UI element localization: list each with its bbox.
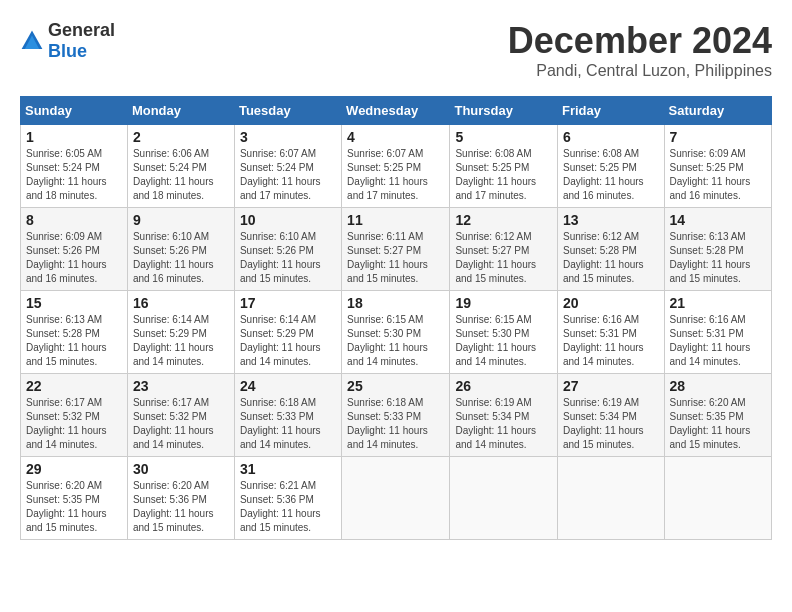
day-number: 24 [240, 378, 336, 394]
header-tuesday: Tuesday [234, 97, 341, 125]
day-info: Sunrise: 6:17 AM Sunset: 5:32 PM Dayligh… [26, 396, 122, 452]
header-saturday: Saturday [664, 97, 771, 125]
calendar-cell: 5Sunrise: 6:08 AM Sunset: 5:25 PM Daylig… [450, 125, 558, 208]
calendar-cell: 12Sunrise: 6:12 AM Sunset: 5:27 PM Dayli… [450, 208, 558, 291]
day-number: 17 [240, 295, 336, 311]
day-number: 30 [133, 461, 229, 477]
calendar-cell: 2Sunrise: 6:06 AM Sunset: 5:24 PM Daylig… [127, 125, 234, 208]
month-title: December 2024 [508, 20, 772, 62]
calendar-cell: 29Sunrise: 6:20 AM Sunset: 5:35 PM Dayli… [21, 457, 128, 540]
header-wednesday: Wednesday [342, 97, 450, 125]
day-number: 21 [670, 295, 766, 311]
calendar-cell: 23Sunrise: 6:17 AM Sunset: 5:32 PM Dayli… [127, 374, 234, 457]
logo-icon [20, 29, 44, 53]
day-info: Sunrise: 6:07 AM Sunset: 5:25 PM Dayligh… [347, 147, 444, 203]
day-info: Sunrise: 6:13 AM Sunset: 5:28 PM Dayligh… [26, 313, 122, 369]
day-info: Sunrise: 6:16 AM Sunset: 5:31 PM Dayligh… [563, 313, 659, 369]
day-number: 15 [26, 295, 122, 311]
calendar-cell: 9Sunrise: 6:10 AM Sunset: 5:26 PM Daylig… [127, 208, 234, 291]
day-info: Sunrise: 6:14 AM Sunset: 5:29 PM Dayligh… [240, 313, 336, 369]
day-info: Sunrise: 6:10 AM Sunset: 5:26 PM Dayligh… [240, 230, 336, 286]
day-number: 18 [347, 295, 444, 311]
day-info: Sunrise: 6:18 AM Sunset: 5:33 PM Dayligh… [347, 396, 444, 452]
calendar-row-1: 8Sunrise: 6:09 AM Sunset: 5:26 PM Daylig… [21, 208, 772, 291]
day-number: 13 [563, 212, 659, 228]
day-number: 14 [670, 212, 766, 228]
calendar-cell: 10Sunrise: 6:10 AM Sunset: 5:26 PM Dayli… [234, 208, 341, 291]
day-info: Sunrise: 6:08 AM Sunset: 5:25 PM Dayligh… [563, 147, 659, 203]
day-info: Sunrise: 6:07 AM Sunset: 5:24 PM Dayligh… [240, 147, 336, 203]
calendar-table: SundayMondayTuesdayWednesdayThursdayFrid… [20, 96, 772, 540]
day-number: 23 [133, 378, 229, 394]
day-info: Sunrise: 6:17 AM Sunset: 5:32 PM Dayligh… [133, 396, 229, 452]
day-info: Sunrise: 6:12 AM Sunset: 5:27 PM Dayligh… [455, 230, 552, 286]
day-info: Sunrise: 6:06 AM Sunset: 5:24 PM Dayligh… [133, 147, 229, 203]
calendar-cell: 16Sunrise: 6:14 AM Sunset: 5:29 PM Dayli… [127, 291, 234, 374]
calendar-cell: 15Sunrise: 6:13 AM Sunset: 5:28 PM Dayli… [21, 291, 128, 374]
calendar-row-0: 1Sunrise: 6:05 AM Sunset: 5:24 PM Daylig… [21, 125, 772, 208]
calendar-cell: 31Sunrise: 6:21 AM Sunset: 5:36 PM Dayli… [234, 457, 341, 540]
day-number: 29 [26, 461, 122, 477]
calendar-cell: 4Sunrise: 6:07 AM Sunset: 5:25 PM Daylig… [342, 125, 450, 208]
calendar-cell [342, 457, 450, 540]
logo-blue: Blue [48, 41, 87, 61]
day-number: 8 [26, 212, 122, 228]
day-number: 4 [347, 129, 444, 145]
day-number: 1 [26, 129, 122, 145]
day-number: 16 [133, 295, 229, 311]
calendar-cell: 22Sunrise: 6:17 AM Sunset: 5:32 PM Dayli… [21, 374, 128, 457]
day-number: 25 [347, 378, 444, 394]
calendar-row-2: 15Sunrise: 6:13 AM Sunset: 5:28 PM Dayli… [21, 291, 772, 374]
calendar-cell: 18Sunrise: 6:15 AM Sunset: 5:30 PM Dayli… [342, 291, 450, 374]
calendar-cell: 28Sunrise: 6:20 AM Sunset: 5:35 PM Dayli… [664, 374, 771, 457]
calendar-cell: 26Sunrise: 6:19 AM Sunset: 5:34 PM Dayli… [450, 374, 558, 457]
day-number: 2 [133, 129, 229, 145]
calendar-cell: 1Sunrise: 6:05 AM Sunset: 5:24 PM Daylig… [21, 125, 128, 208]
day-number: 20 [563, 295, 659, 311]
calendar-cell: 13Sunrise: 6:12 AM Sunset: 5:28 PM Dayli… [558, 208, 665, 291]
day-info: Sunrise: 6:09 AM Sunset: 5:25 PM Dayligh… [670, 147, 766, 203]
calendar-cell: 27Sunrise: 6:19 AM Sunset: 5:34 PM Dayli… [558, 374, 665, 457]
calendar-cell: 3Sunrise: 6:07 AM Sunset: 5:24 PM Daylig… [234, 125, 341, 208]
logo: General Blue [20, 20, 115, 62]
day-info: Sunrise: 6:12 AM Sunset: 5:28 PM Dayligh… [563, 230, 659, 286]
calendar-cell: 24Sunrise: 6:18 AM Sunset: 5:33 PM Dayli… [234, 374, 341, 457]
day-info: Sunrise: 6:09 AM Sunset: 5:26 PM Dayligh… [26, 230, 122, 286]
calendar-cell: 19Sunrise: 6:15 AM Sunset: 5:30 PM Dayli… [450, 291, 558, 374]
calendar-cell: 14Sunrise: 6:13 AM Sunset: 5:28 PM Dayli… [664, 208, 771, 291]
logo-text: General Blue [48, 20, 115, 62]
header: General Blue December 2024 Pandi, Centra… [20, 20, 772, 80]
header-monday: Monday [127, 97, 234, 125]
day-info: Sunrise: 6:13 AM Sunset: 5:28 PM Dayligh… [670, 230, 766, 286]
calendar-cell [450, 457, 558, 540]
day-info: Sunrise: 6:20 AM Sunset: 5:35 PM Dayligh… [26, 479, 122, 535]
day-info: Sunrise: 6:19 AM Sunset: 5:34 PM Dayligh… [563, 396, 659, 452]
calendar-header-row: SundayMondayTuesdayWednesdayThursdayFrid… [21, 97, 772, 125]
calendar-cell: 20Sunrise: 6:16 AM Sunset: 5:31 PM Dayli… [558, 291, 665, 374]
day-number: 5 [455, 129, 552, 145]
day-info: Sunrise: 6:18 AM Sunset: 5:33 PM Dayligh… [240, 396, 336, 452]
day-number: 28 [670, 378, 766, 394]
day-number: 7 [670, 129, 766, 145]
day-info: Sunrise: 6:05 AM Sunset: 5:24 PM Dayligh… [26, 147, 122, 203]
day-number: 27 [563, 378, 659, 394]
day-number: 10 [240, 212, 336, 228]
calendar-cell: 30Sunrise: 6:20 AM Sunset: 5:36 PM Dayli… [127, 457, 234, 540]
calendar-cell: 21Sunrise: 6:16 AM Sunset: 5:31 PM Dayli… [664, 291, 771, 374]
day-number: 26 [455, 378, 552, 394]
day-info: Sunrise: 6:20 AM Sunset: 5:36 PM Dayligh… [133, 479, 229, 535]
day-number: 3 [240, 129, 336, 145]
day-number: 11 [347, 212, 444, 228]
header-friday: Friday [558, 97, 665, 125]
day-info: Sunrise: 6:08 AM Sunset: 5:25 PM Dayligh… [455, 147, 552, 203]
day-info: Sunrise: 6:14 AM Sunset: 5:29 PM Dayligh… [133, 313, 229, 369]
day-number: 19 [455, 295, 552, 311]
calendar-cell [558, 457, 665, 540]
day-number: 9 [133, 212, 229, 228]
header-thursday: Thursday [450, 97, 558, 125]
calendar-cell: 17Sunrise: 6:14 AM Sunset: 5:29 PM Dayli… [234, 291, 341, 374]
day-info: Sunrise: 6:16 AM Sunset: 5:31 PM Dayligh… [670, 313, 766, 369]
title-area: December 2024 Pandi, Central Luzon, Phil… [508, 20, 772, 80]
location-title: Pandi, Central Luzon, Philippines [508, 62, 772, 80]
day-number: 22 [26, 378, 122, 394]
